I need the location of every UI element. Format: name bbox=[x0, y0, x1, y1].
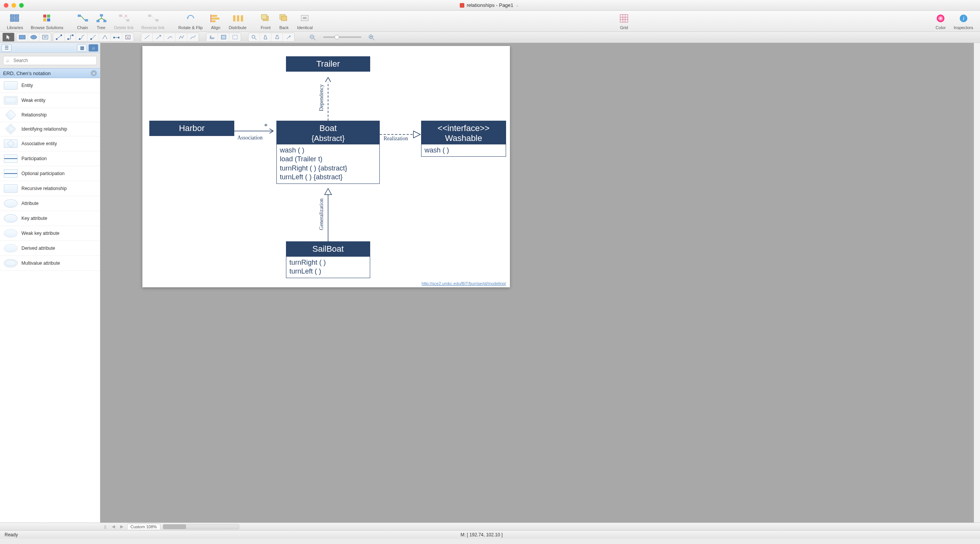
svg-rect-17 bbox=[155, 19, 158, 21]
close-window-button[interactable] bbox=[4, 3, 8, 8]
sidebar-section-header[interactable]: ERD, Chen's notation ✕ bbox=[0, 68, 100, 78]
sidebar-search-wrap bbox=[0, 53, 100, 68]
toolbar-libraries[interactable]: Libraries bbox=[3, 12, 27, 31]
close-section-icon[interactable]: ✕ bbox=[91, 70, 97, 76]
stencil-weak-entity[interactable]: Weak entity bbox=[0, 93, 100, 108]
conn-tool-1[interactable] bbox=[53, 33, 65, 41]
crop-tool-3[interactable] bbox=[229, 33, 241, 41]
hand-tool[interactable] bbox=[260, 33, 271, 41]
toolbar-grid[interactable]: Grid bbox=[615, 12, 633, 31]
conn-tool-6[interactable] bbox=[111, 33, 122, 41]
ellipse-shape-tool[interactable] bbox=[28, 33, 39, 41]
search-input[interactable] bbox=[3, 56, 97, 65]
stencil-multivalue-attribute[interactable]: Multivalue attribute bbox=[0, 256, 100, 271]
svg-rect-39 bbox=[19, 35, 25, 39]
toolbar-back[interactable]: Back bbox=[275, 12, 293, 31]
zoom-in-button[interactable] bbox=[366, 33, 377, 41]
stencil-associative-entity[interactable]: Associative entity bbox=[0, 136, 100, 151]
toolbar-color[interactable]: Color bbox=[931, 12, 950, 31]
minimize-window-button[interactable] bbox=[11, 3, 16, 8]
sidebar-view-grid[interactable]: ▦ bbox=[77, 44, 87, 52]
stencil-optional-participation[interactable]: Optional participation bbox=[0, 166, 100, 181]
uml-interface-washable[interactable]: <<interface>> Washable wash ( ) bbox=[421, 121, 506, 157]
toolbar-tree[interactable]: Tree bbox=[92, 12, 110, 31]
toolbar-identical[interactable]: Identical bbox=[293, 12, 317, 31]
washable-methods: wash ( ) bbox=[421, 144, 506, 156]
svg-rect-5 bbox=[47, 15, 50, 18]
line-tool-2[interactable] bbox=[153, 33, 164, 41]
toolbar-chain[interactable]: Chain bbox=[73, 12, 92, 31]
source-url-link[interactable]: http://sce2.umkc.edu/BIT/burrise/pl/mode… bbox=[421, 281, 506, 286]
stencil-entity[interactable]: Entity bbox=[0, 78, 100, 93]
crop-tool-2[interactable] bbox=[218, 33, 229, 41]
toolbar-browse-solutions[interactable]: Browse Solutions bbox=[27, 12, 67, 31]
svg-rect-19 bbox=[212, 18, 219, 20]
uml-class-trailer[interactable]: Trailer bbox=[286, 56, 370, 72]
uml-class-boat[interactable]: Boat {Abstract} wash ( ) load (Trailer t… bbox=[276, 121, 380, 184]
vertical-scrollbar[interactable] bbox=[974, 43, 980, 523]
conn-tool-4[interactable] bbox=[88, 33, 99, 41]
sidebar-view-search[interactable]: ⌕ bbox=[88, 44, 98, 52]
conn-tool-7[interactable] bbox=[122, 33, 134, 41]
pointer-tool[interactable] bbox=[3, 33, 14, 41]
stencil-weak-key-attribute[interactable]: Weak key attribute bbox=[0, 226, 100, 241]
toolbar-inspectors[interactable]: i Inspectors bbox=[950, 12, 977, 31]
toolbar-reverse-link: Reverse link bbox=[137, 12, 168, 31]
svg-rect-9 bbox=[85, 19, 88, 21]
uml-class-sailboat[interactable]: SailBoat turnRight ( ) turnLeft ( ) bbox=[286, 241, 370, 278]
eyedropper-tool[interactable] bbox=[283, 33, 294, 41]
toolbar-front[interactable]: Front bbox=[256, 12, 275, 31]
svg-point-55 bbox=[252, 35, 255, 38]
svg-rect-11 bbox=[96, 20, 100, 22]
tab-scrollbar[interactable] bbox=[163, 524, 239, 529]
toolbar-distribute[interactable]: Distribute bbox=[225, 12, 250, 31]
line-tool-4[interactable] bbox=[176, 33, 187, 41]
text-shape-tool[interactable] bbox=[39, 33, 51, 41]
zoom-tool[interactable] bbox=[248, 33, 260, 41]
stencil-attribute[interactable]: Attribute bbox=[0, 196, 100, 211]
svg-rect-52 bbox=[126, 35, 130, 39]
svg-rect-6 bbox=[43, 18, 46, 21]
toolbar-align[interactable]: Align bbox=[206, 12, 225, 31]
svg-rect-51 bbox=[118, 37, 119, 38]
label-generalization: Generalization bbox=[318, 198, 325, 230]
crop-tool-1[interactable] bbox=[206, 33, 218, 41]
svg-rect-30 bbox=[303, 17, 307, 19]
svg-rect-44 bbox=[56, 38, 57, 40]
stamp-tool[interactable] bbox=[271, 33, 283, 41]
stencil-recursive-relationship[interactable]: Recursive relationship bbox=[0, 181, 100, 196]
stencil-participation[interactable]: Participation bbox=[0, 151, 100, 166]
line-tool-5[interactable] bbox=[187, 33, 199, 41]
sidebar: ☰ ▦ ⌕ ERD, Chen's notation ✕ Entity Weak… bbox=[0, 43, 100, 523]
maximize-window-button[interactable] bbox=[19, 3, 24, 8]
tab-prev-button[interactable]: ◀ bbox=[110, 524, 116, 530]
stencil-derived-attribute[interactable]: Derived attribute bbox=[0, 241, 100, 256]
line-tool-1[interactable] bbox=[141, 33, 153, 41]
zoom-out-button[interactable] bbox=[307, 33, 318, 41]
svg-rect-50 bbox=[113, 37, 115, 38]
stencil-key-attribute[interactable]: Key attribute bbox=[0, 211, 100, 226]
svg-text:✕: ✕ bbox=[124, 14, 128, 19]
uml-class-harbor[interactable]: Harbor bbox=[149, 121, 234, 136]
canvas[interactable]: Trailer Harbor Boat {Abstract} wash ( ) … bbox=[100, 43, 980, 523]
tab-next-button[interactable]: ▶ bbox=[119, 524, 125, 530]
toolbar-rotate-flip[interactable]: Rotate & Flip bbox=[175, 12, 207, 31]
line-tool-3[interactable] bbox=[164, 33, 176, 41]
conn-tool-2[interactable] bbox=[65, 33, 76, 41]
sidebar-view-list[interactable]: ☰ bbox=[2, 44, 11, 52]
stencil-identifying-relationship[interactable]: Identifying relationship bbox=[0, 122, 100, 136]
zoom-slider[interactable] bbox=[323, 36, 361, 38]
zoom-level-indicator[interactable]: Custom 108% bbox=[127, 524, 160, 529]
conn-tool-5[interactable] bbox=[99, 33, 111, 41]
secondary-toolbar bbox=[0, 32, 980, 43]
chevron-down-icon[interactable]: ⌄ bbox=[516, 3, 519, 7]
svg-rect-47 bbox=[72, 34, 74, 36]
sidebar-view-switcher: ☰ ▦ ⌕ bbox=[0, 43, 100, 53]
svg-rect-3 bbox=[15, 18, 19, 21]
svg-rect-4 bbox=[43, 15, 46, 18]
conn-tool-3[interactable] bbox=[76, 33, 88, 41]
zoom-slider-thumb[interactable] bbox=[335, 35, 339, 39]
diagram-page[interactable]: Trailer Harbor Boat {Abstract} wash ( ) … bbox=[142, 46, 510, 287]
rect-shape-tool[interactable] bbox=[16, 33, 28, 41]
stencil-relationship[interactable]: Relationship bbox=[0, 108, 100, 122]
